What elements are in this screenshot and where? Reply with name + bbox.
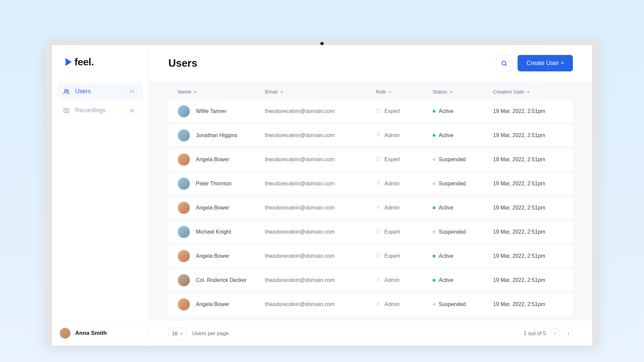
search-button[interactable] xyxy=(496,55,512,71)
column-name[interactable]: Name xyxy=(178,89,265,95)
cell-role: Expert xyxy=(376,253,433,259)
role-icon xyxy=(376,253,381,259)
cell-date: 19 Mar, 2022, 2:51pm xyxy=(493,157,564,163)
user-name: Jonathan Higgins xyxy=(196,132,237,138)
cell-name: Angela Bower xyxy=(178,202,265,214)
table-row[interactable]: Michael Knighttheodorecalvin@domain.comE… xyxy=(168,221,573,243)
table-body: Willie Tannertheodorecalvin@domain.comEx… xyxy=(168,101,573,315)
create-user-button[interactable]: Create User + xyxy=(518,55,573,71)
pagination-right: 1 out of 5 xyxy=(524,329,573,338)
device-frame: feel. Users 14 Recordings 26 Anna Smith xyxy=(45,39,599,346)
column-email[interactable]: Email xyxy=(265,89,376,95)
svg-rect-6 xyxy=(377,110,380,112)
table-row[interactable]: Angela Bowertheodorecalvin@domain.comAdm… xyxy=(168,197,573,219)
user-name: Angela Bower xyxy=(196,253,229,259)
table-row[interactable]: Angela Bowertheodorecalvin@domain.comExp… xyxy=(168,149,573,170)
avatar xyxy=(178,178,190,190)
cell-role: Admin xyxy=(376,301,433,308)
svg-point-14 xyxy=(377,302,379,304)
svg-point-10 xyxy=(377,205,379,207)
cell-email: theodorecalvin@domain.com xyxy=(265,157,376,163)
next-page-button[interactable] xyxy=(564,329,573,338)
cell-name: Peter Thornton xyxy=(178,178,265,190)
cell-date: 19 Mar, 2022, 2:51pm xyxy=(493,277,564,283)
avatar xyxy=(178,274,190,286)
logo[interactable]: feel. xyxy=(52,45,149,83)
cell-date: 19 Mar, 2022, 2:51pm xyxy=(493,301,564,307)
cell-status: Active xyxy=(433,277,493,283)
app-screen: feel. Users 14 Recordings 26 Anna Smith xyxy=(51,45,593,346)
table-row[interactable]: Willie Tannertheodorecalvin@domain.comEx… xyxy=(168,101,573,122)
status-dot-icon xyxy=(433,231,435,233)
status-dot-icon xyxy=(433,255,435,257)
cell-status: Suspended xyxy=(433,229,493,235)
table-row[interactable]: Angela Bowertheodorecalvin@domain.comAdm… xyxy=(168,294,573,315)
role-icon xyxy=(376,229,381,235)
status-label: Suspended xyxy=(439,157,466,163)
cell-status: Active xyxy=(433,253,493,259)
role-icon xyxy=(376,301,381,308)
prev-page-button[interactable] xyxy=(550,329,559,338)
table-row[interactable]: Col. Roderick Deckertheodorecalvin@domai… xyxy=(168,269,573,291)
cell-email: theodorecalvin@domain.com xyxy=(265,301,376,307)
chevron-up-icon xyxy=(449,90,453,94)
user-name: Angela Bower xyxy=(196,301,229,307)
role-label: Expert xyxy=(384,253,400,259)
sidebar-item-users[interactable]: Users 14 xyxy=(58,83,143,100)
table-row[interactable]: Angela Bowertheodorecalvin@domain.comExp… xyxy=(168,245,573,267)
cell-name: Angela Bower xyxy=(178,154,265,166)
chevron-right-icon xyxy=(566,331,570,336)
status-label: Suspended xyxy=(439,181,466,187)
table-row[interactable]: Jonathan Higginstheodorecalvin@domain.co… xyxy=(168,125,573,146)
cell-email: theodorecalvin@domain.com xyxy=(265,132,376,138)
sidebar: feel. Users 14 Recordings 26 Anna Smith xyxy=(52,45,149,346)
cell-status: Suspended xyxy=(433,301,493,307)
role-label: Admin xyxy=(384,301,399,307)
svg-point-7 xyxy=(377,133,379,135)
sidebar-item-recordings[interactable]: Recordings 26 xyxy=(58,102,143,119)
svg-point-0 xyxy=(64,89,67,92)
user-name: Angela Bower xyxy=(196,157,229,163)
sidebar-item-label: Recordings xyxy=(75,107,121,114)
cell-status: Suspended xyxy=(433,157,493,163)
status-dot-icon xyxy=(433,206,435,209)
cell-name: Angela Bower xyxy=(178,298,265,310)
column-role[interactable]: Role xyxy=(376,89,433,95)
page-size-select[interactable]: 10 xyxy=(168,327,187,339)
sidebar-footer[interactable]: Anna Smith xyxy=(52,320,149,346)
header-actions: Create User + xyxy=(496,55,573,71)
cell-role: Admin xyxy=(376,180,433,187)
cell-date: 19 Mar, 2022, 2:51pm xyxy=(493,205,564,211)
cell-role: Admin xyxy=(376,204,433,211)
cell-email: theodorecalvin@domain.com xyxy=(265,229,376,235)
cell-name: Willie Tanner xyxy=(178,105,265,117)
role-icon xyxy=(376,277,381,284)
column-status[interactable]: Status xyxy=(433,89,493,95)
status-dot-icon xyxy=(433,279,435,282)
svg-rect-11 xyxy=(377,230,380,233)
logo-text: feel. xyxy=(74,56,94,68)
cell-email: theodorecalvin@domain.com xyxy=(265,181,376,187)
sidebar-item-label: Users xyxy=(75,88,121,95)
status-label: Active xyxy=(439,253,453,259)
current-user-name: Anna Smith xyxy=(75,330,107,337)
page-size-value: 10 xyxy=(172,330,178,336)
cell-date: 19 Mar, 2022, 2:51pm xyxy=(493,181,564,187)
table-row[interactable]: Peter Thorntontheodorecalvin@domain.comA… xyxy=(168,173,573,194)
cell-date: 19 Mar, 2022, 2:51pm xyxy=(493,108,564,114)
status-label: Suspended xyxy=(439,229,466,235)
role-label: Admin xyxy=(384,277,399,283)
user-name: Col. Roderick Decker xyxy=(196,277,247,283)
status-dot-icon xyxy=(433,134,435,137)
column-creation-date[interactable]: Creation Date xyxy=(493,89,564,95)
svg-point-13 xyxy=(377,278,379,280)
role-label: Admin xyxy=(384,181,399,187)
chevron-down-icon xyxy=(180,332,183,335)
cell-status: Active xyxy=(433,132,493,138)
column-label: Name xyxy=(178,89,191,95)
cell-date: 19 Mar, 2022, 2:51pm xyxy=(493,229,564,235)
pagination: 10 Users per page 1 out of 5 xyxy=(149,321,592,346)
user-name: Willie Tanner xyxy=(196,108,226,114)
svg-point-1 xyxy=(67,90,69,92)
status-label: Active xyxy=(439,108,453,114)
